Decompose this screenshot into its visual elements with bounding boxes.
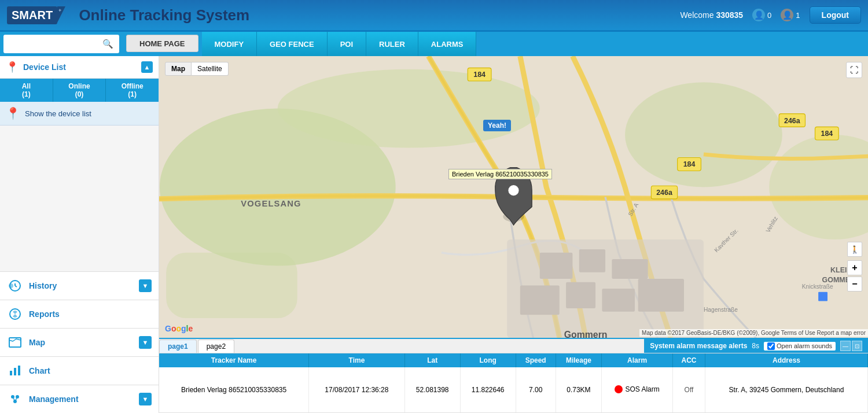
map-fullscreen-button[interactable]: ⛶ (846, 62, 862, 78)
svg-text:VOGELSANG: VOGELSANG (241, 199, 301, 208)
device-list-header: 📍 Device List ▲ (0, 56, 159, 79)
filter-online[interactable]: Online(0) (53, 79, 106, 102)
zoom-in-button[interactable]: + (847, 260, 862, 275)
navbar: 🔍 HOME PAGE MODIFY GEO FENCE POI RULER A… (0, 32, 868, 56)
welcome-text: Welcome 330835 (680, 10, 743, 20)
svg-rect-25 (566, 282, 595, 308)
tab-page1[interactable]: page1 (159, 340, 197, 353)
alarm-text-cell: SOS Alarm (625, 385, 659, 393)
map-background: 184 184 184 184 246a 246a (159, 56, 868, 338)
bottom-panel: page1 page2 System alarm message alerts … (159, 338, 868, 413)
geo-fence-button[interactable]: GEO FENCE (257, 32, 328, 56)
svg-line-3 (15, 286, 17, 287)
svg-point-52 (508, 185, 518, 196)
reports-label: Reports (29, 309, 152, 319)
management-expand[interactable]: ▼ (139, 393, 152, 405)
col-mileage: Mileage (556, 353, 601, 367)
app-title: Online Tracking System (79, 6, 249, 24)
sidebar: 📍 Device List ▲ All(1) Online(0) Offline… (0, 56, 159, 413)
online-user-icon: 👤 (752, 9, 765, 21)
search-button[interactable]: 🔍 (102, 39, 113, 49)
col-tracker-name: Tracker Name (159, 353, 309, 367)
svg-rect-6 (10, 371, 12, 375)
alarm-message-text: System alarm message alerts (650, 342, 747, 350)
map-tooltip-yeah: Yeah! (483, 120, 511, 131)
device-item[interactable]: 📍 Show the device list (0, 102, 159, 126)
map-zoom-controls: 🚶 + − (847, 242, 862, 292)
sidebar-item-reports[interactable]: Reports (0, 300, 159, 328)
alarm-expand-button[interactable]: ⊡ (852, 341, 862, 351)
home-page-button[interactable]: HOME PAGE (126, 35, 198, 52)
device-list-area: 📍 Show the device list (0, 102, 159, 271)
cell-acc: Off (672, 367, 705, 413)
svg-text:246a: 246a (656, 189, 672, 197)
map-type-map[interactable]: Map (165, 62, 192, 76)
logo-area: SMART + (7, 6, 62, 24)
data-table: Tracker Name Time Lat Long Speed Mileage… (159, 353, 868, 413)
alarm-bar: System alarm message alerts 8s Open alar… (644, 339, 868, 353)
alarm-sound-checkbox[interactable] (767, 342, 775, 350)
device-filters: All(1) Online(0) Offline(1) (0, 79, 159, 102)
svg-point-16 (278, 69, 540, 148)
content-area: 184 184 184 184 246a 246a (159, 56, 868, 413)
online-users: 👤 0 (752, 9, 771, 21)
cell-speed: 7.00 (516, 367, 556, 413)
alarms-button[interactable]: ALARMS (418, 32, 477, 56)
table-row: Brieden Verlag 865210035330835 17/08/201… (159, 367, 868, 413)
device-list-expand[interactable]: ▲ (141, 61, 153, 73)
map-container[interactable]: 184 184 184 184 246a 246a (159, 56, 868, 338)
modify-button[interactable]: MODIFY (202, 32, 258, 56)
filter-offline[interactable]: Offline(1) (106, 79, 159, 102)
svg-text:Hagenstraße: Hagenstraße (704, 307, 738, 313)
map-label: Map (29, 338, 139, 347)
map-attribution: Map data ©2017 GeoBasis-DE/BKG (©2009), … (639, 329, 868, 337)
col-acc: ACC (672, 353, 705, 367)
sidebar-item-map[interactable]: Map ▼ (0, 328, 159, 356)
online-count: 0 (767, 11, 771, 20)
search-input[interactable] (7, 40, 102, 49)
svg-text:Knickstraße: Knickstraße (802, 283, 833, 290)
offline-user-icon: 👤 (781, 9, 793, 21)
zoom-out-button[interactable]: − (847, 276, 862, 292)
svg-rect-27 (638, 279, 684, 312)
map-expand[interactable]: ▼ (139, 336, 152, 349)
col-alarm: Alarm (602, 353, 673, 367)
svg-text:184: 184 (473, 71, 486, 79)
svg-rect-8 (18, 366, 20, 375)
cell-time: 17/08/2017 12:36:28 (309, 367, 405, 413)
svg-point-17 (625, 82, 782, 187)
svg-rect-50 (818, 292, 827, 301)
sidebar-item-history[interactable]: History ▼ (0, 271, 159, 300)
logo-tag: + (58, 8, 61, 13)
bottom-tabs: page1 page2 System alarm message alerts … (159, 339, 868, 353)
alarm-indicator (615, 385, 623, 393)
street-view-button[interactable]: 🚶 (847, 242, 862, 257)
ruler-button[interactable]: RULER (366, 32, 418, 56)
svg-rect-22 (579, 249, 605, 272)
logout-button[interactable]: Logout (810, 6, 861, 24)
management-label: Management (29, 394, 139, 404)
col-address: Address (705, 353, 867, 367)
tab-page2[interactable]: page2 (198, 340, 234, 353)
svg-rect-21 (540, 253, 573, 279)
filter-all[interactable]: All(1) (0, 79, 53, 102)
chart-label: Chart (29, 366, 152, 375)
device-list-icon: 📍 (6, 61, 19, 73)
alarm-sound-area: Open alarm sounds (764, 342, 836, 351)
history-label: History (29, 281, 139, 290)
map-type-buttons: Map Satellite (165, 62, 229, 76)
sidebar-item-chart[interactable]: Chart (0, 356, 159, 385)
history-expand[interactable]: ▼ (139, 279, 152, 292)
acc-value: Off (685, 386, 694, 394)
svg-rect-23 (612, 259, 648, 279)
cell-alarm: SOS Alarm (602, 367, 673, 413)
poi-button[interactable]: POI (328, 32, 366, 56)
alarm-minimize-button[interactable]: — (840, 341, 851, 351)
device-list-label: Device List (23, 62, 66, 72)
sidebar-item-management[interactable]: Management ▼ (0, 385, 159, 413)
device-pin-icon: 📍 (6, 106, 20, 120)
map-type-satellite[interactable]: Satellite (192, 62, 229, 76)
reports-icon (7, 306, 23, 322)
svg-rect-26 (602, 289, 635, 312)
alarm-seconds: 8s (752, 342, 759, 350)
